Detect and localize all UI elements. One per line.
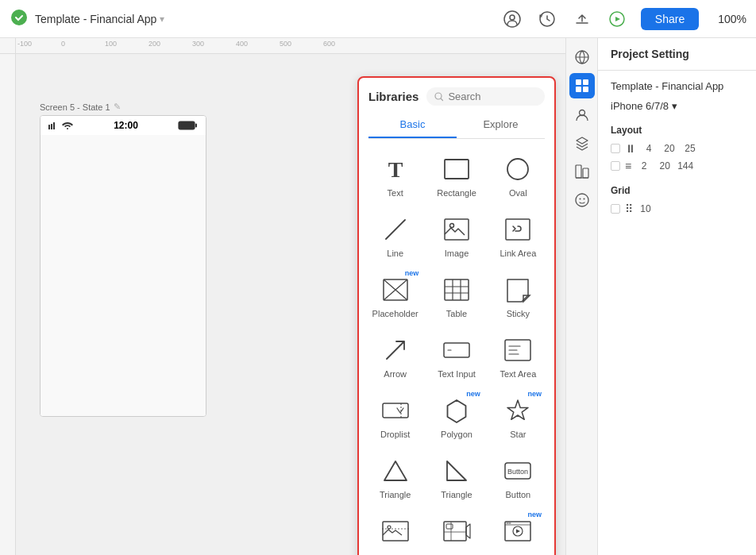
- logo: [10, 8, 29, 30]
- button-icon: Button: [502, 455, 534, 487]
- image-row-icon: [380, 515, 411, 547]
- svg-rect-19: [445, 279, 469, 300]
- history-icon[interactable]: [536, 8, 558, 30]
- svg-text:Button: Button: [507, 468, 528, 476]
- edit-icon[interactable]: ✎: [114, 102, 121, 112]
- lib-item-button[interactable]: Button Button: [488, 447, 548, 506]
- icon-panel: [565, 38, 597, 555]
- text-icon: T: [380, 153, 411, 185]
- svg-point-1: [504, 11, 520, 27]
- layout-row-1: ⏸ 4 20 25: [611, 142, 743, 155]
- lib-item-label: Sticky: [507, 309, 530, 318]
- placeholder-icon: [380, 274, 411, 306]
- link-area-icon: [502, 214, 534, 245]
- libraries-panel: Libraries Basic Explore: [357, 76, 556, 555]
- svg-text:T: T: [388, 157, 403, 182]
- blocks-icon-btn[interactable]: [569, 73, 595, 98]
- lib-item-text-area[interactable]: Text Area: [488, 326, 548, 385]
- lib-item-media[interactable]: new: [488, 507, 548, 555]
- lib-item-text[interactable]: T Text: [365, 145, 425, 204]
- lib-item-star[interactable]: new Star: [488, 387, 548, 445]
- ruler-corner: [0, 38, 16, 54]
- lib-item-label: Oval: [509, 188, 527, 198]
- lib-item-sticky[interactable]: Sticky: [488, 266, 548, 325]
- lib-item-triangle2[interactable]: Triangle: [426, 447, 486, 506]
- status-icons: [48, 121, 73, 129]
- layers-icon-btn[interactable]: [569, 130, 595, 156]
- search-icon: [434, 92, 444, 102]
- droplist-icon: [380, 395, 411, 426]
- svg-rect-37: [576, 165, 581, 178]
- lib-item-text-input[interactable]: Text Input: [426, 326, 486, 385]
- layout-checkbox-1[interactable]: [611, 144, 620, 153]
- text-input-icon: [441, 334, 472, 366]
- lib-item-placeholder[interactable]: new Placeholder: [365, 266, 425, 325]
- gutter-2: 20: [657, 160, 673, 172]
- lib-item-oval[interactable]: Oval: [488, 145, 548, 204]
- col-count-1: 4: [641, 143, 657, 154]
- tab-explore[interactable]: Explore: [457, 112, 545, 138]
- lib-item-polygon[interactable]: new Polygon: [426, 387, 486, 445]
- svg-rect-22: [383, 403, 408, 418]
- chart-icon-btn[interactable]: [569, 159, 595, 184]
- grid-size: 10: [638, 203, 654, 214]
- topbar-actions: Share 100%: [501, 8, 746, 30]
- lib-item-table[interactable]: Table: [426, 266, 486, 325]
- lib-item-label: Button: [505, 490, 530, 499]
- ruler-tick: 100: [103, 38, 117, 48]
- person-icon-btn[interactable]: [569, 102, 595, 127]
- upload-icon[interactable]: [571, 8, 593, 30]
- phone-statusbar: 12:00: [40, 116, 206, 135]
- globe-icon-btn[interactable]: [569, 44, 595, 70]
- lib-item-image[interactable]: Image: [426, 206, 486, 264]
- ruler-tick: 400: [234, 38, 248, 48]
- lib-item-label: Placeholder: [372, 309, 418, 318]
- svg-rect-9: [179, 121, 195, 129]
- share-button[interactable]: Share: [641, 8, 699, 30]
- canvas-content[interactable]: Screen 5 - State 1 ✎: [16, 54, 565, 555]
- lib-item-video[interactable]: [426, 507, 486, 555]
- oval-icon: [502, 153, 534, 185]
- layout-checkbox-2[interactable]: [611, 161, 620, 171]
- project-title[interactable]: Template - Financial App ▾: [35, 13, 164, 25]
- polygon-icon: [441, 395, 472, 426]
- lib-item-line[interactable]: Line: [365, 206, 425, 264]
- rows-icon: ≡: [625, 160, 631, 172]
- ruler-horizontal: -100 0 100 200 300 400 500 600: [16, 38, 565, 54]
- lib-item-label: Link Area: [499, 249, 536, 258]
- lib-item-arrow[interactable]: Arrow: [365, 326, 425, 385]
- tab-basic[interactable]: Basic: [368, 112, 457, 138]
- svg-point-39: [576, 194, 588, 206]
- main-layout: -100 0 100 200 300 400 500 600 Screen 5 …: [0, 38, 756, 555]
- grid-checkbox[interactable]: [611, 204, 620, 214]
- table-icon: [441, 274, 472, 306]
- svg-rect-6: [51, 124, 52, 129]
- svg-rect-34: [576, 87, 581, 92]
- user-icon[interactable]: [501, 8, 523, 30]
- topbar: Template - Financial App ▾: [0, 0, 756, 38]
- text-area-icon: [502, 334, 534, 366]
- ruler-tick: 500: [278, 38, 291, 48]
- svg-rect-35: [583, 87, 588, 92]
- lib-title: Libraries: [368, 90, 418, 103]
- svg-point-16: [449, 224, 453, 228]
- svg-point-8: [67, 128, 68, 129]
- emoji-icon-btn[interactable]: [569, 187, 595, 213]
- lib-item-link-area[interactable]: Link Area: [488, 206, 548, 264]
- app-name: Template - Financial App: [611, 80, 743, 92]
- image-icon: [441, 214, 472, 245]
- lib-item-triangle[interactable]: Triangle: [365, 447, 425, 506]
- ruler-row: -100 0 100 200 300 400 500 600: [0, 38, 565, 54]
- play-icon[interactable]: [606, 8, 628, 30]
- device-selector[interactable]: iPhone 6/7/8 ▾: [611, 100, 743, 112]
- project-setting-title: Project Setting: [598, 38, 756, 71]
- lib-item-label: Triangle: [380, 490, 411, 499]
- lib-item-rectangle[interactable]: Rectangle: [426, 145, 486, 204]
- lib-item-image-row[interactable]: [365, 507, 425, 555]
- lib-search[interactable]: [426, 87, 545, 106]
- svg-point-14: [507, 159, 528, 179]
- search-input[interactable]: [448, 91, 537, 102]
- svg-rect-32: [576, 79, 581, 85]
- svg-point-0: [11, 10, 27, 25]
- lib-item-droplist[interactable]: Droplist: [365, 387, 425, 445]
